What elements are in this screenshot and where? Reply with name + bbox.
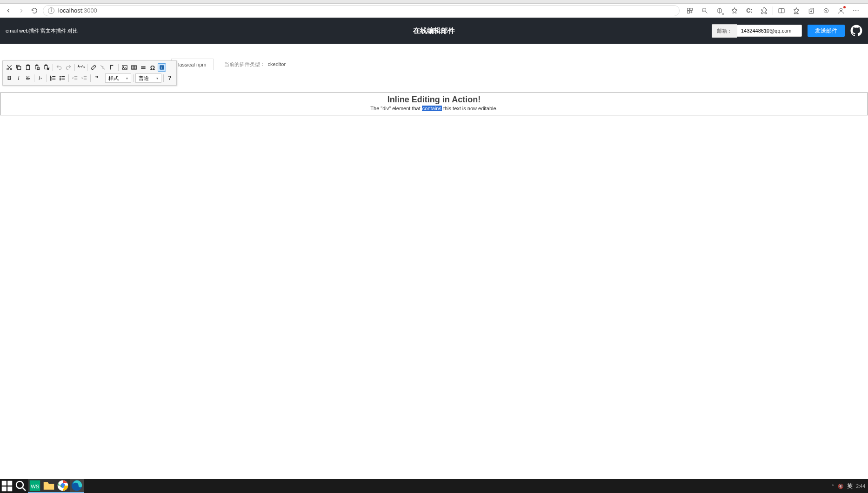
ckeditor-toolbar: W ▾ Ω i B I S I× 123 ” 样式 普通 ? <box>2 60 177 86</box>
svg-point-29 <box>60 78 60 79</box>
outdent-icon[interactable] <box>71 74 79 82</box>
browser-nav-bar: i localhost:3000 » C: <box>0 4 868 18</box>
help-icon[interactable]: ? <box>166 74 174 82</box>
svg-point-11 <box>858 10 859 11</box>
split-screen-icon[interactable] <box>775 5 788 16</box>
svg-point-10 <box>855 10 856 11</box>
redo-icon[interactable] <box>64 63 73 72</box>
profile-icon[interactable] <box>835 5 848 16</box>
indent-icon[interactable] <box>80 74 88 82</box>
paste-icon[interactable] <box>24 63 32 72</box>
paste-word-icon[interactable]: W <box>42 63 51 72</box>
reload-button[interactable] <box>30 6 39 15</box>
strike-icon[interactable]: S <box>24 74 32 82</box>
copy-icon[interactable] <box>14 63 23 72</box>
editor-paragraph[interactable]: The "div" element that contains this tex… <box>0 106 868 111</box>
format-dropdown[interactable]: 普通 <box>135 73 161 83</box>
email-label: 邮箱： <box>712 24 737 38</box>
bold-icon[interactable]: B <box>5 74 13 82</box>
separator <box>74 64 75 71</box>
undo-icon[interactable] <box>55 63 63 72</box>
address-bar[interactable]: i localhost:3000 <box>43 5 680 16</box>
svg-text:3: 3 <box>50 79 51 81</box>
image-icon[interactable] <box>120 63 129 72</box>
svg-point-7 <box>826 10 827 11</box>
editor-heading[interactable]: Inline Editing in Action! <box>0 95 868 105</box>
table-icon[interactable] <box>130 63 138 72</box>
separator <box>87 64 87 71</box>
separator <box>118 64 119 71</box>
extensions-icon[interactable] <box>683 5 696 16</box>
about-icon[interactable]: i <box>158 63 166 72</box>
site-info-icon[interactable]: i <box>48 7 54 14</box>
email-field-group: 邮箱： <box>712 24 802 38</box>
browser-settings-icon[interactable] <box>820 5 833 16</box>
remove-format-icon[interactable]: I× <box>36 74 45 82</box>
cut-icon[interactable] <box>5 63 13 72</box>
separator <box>133 74 134 82</box>
plugin-tabs: lassical npm <box>171 59 213 70</box>
anchor-icon[interactable] <box>108 63 116 72</box>
separator <box>103 74 103 82</box>
bulleted-list-icon[interactable] <box>58 74 67 82</box>
separator <box>90 74 91 82</box>
spellcheck-icon[interactable]: ▾ <box>77 63 85 72</box>
separator <box>47 74 47 82</box>
forward-button[interactable] <box>17 6 26 15</box>
svg-point-8 <box>840 8 842 10</box>
separator <box>34 74 34 82</box>
separator <box>163 74 164 82</box>
extension-icon[interactable] <box>758 5 771 16</box>
italic-icon[interactable]: I <box>14 74 23 82</box>
svg-rect-0 <box>688 8 690 10</box>
svg-rect-14 <box>18 67 21 70</box>
svg-point-6 <box>824 8 828 13</box>
app-subtitle: email web插件 富文本插件 对比 <box>6 27 78 34</box>
divider <box>773 7 773 15</box>
browser-actions: » C: <box>683 5 864 16</box>
more-icon[interactable] <box>849 5 862 16</box>
c-extension-icon[interactable]: C: <box>743 5 756 16</box>
favorite-icon[interactable] <box>728 5 741 16</box>
unlink-icon[interactable] <box>99 63 107 72</box>
zoom-out-icon[interactable] <box>698 5 711 16</box>
favorites-list-icon[interactable] <box>790 5 803 16</box>
separator <box>53 64 53 71</box>
svg-point-28 <box>60 76 60 77</box>
url-text: localhost:3000 <box>58 7 97 14</box>
app-title: 在线编辑邮件 <box>413 27 455 35</box>
plugin-type-info: 当前的插件类型：ckeditor <box>224 61 286 68</box>
editor-content[interactable]: Inline Editing in Action! The "div" elem… <box>0 93 868 115</box>
svg-point-30 <box>60 80 60 80</box>
svg-rect-22 <box>132 66 137 69</box>
hr-icon[interactable] <box>139 63 147 72</box>
svg-text:W: W <box>47 68 49 70</box>
back-button[interactable] <box>4 6 13 15</box>
email-input[interactable] <box>737 25 802 37</box>
link-icon[interactable] <box>89 63 98 72</box>
read-aloud-icon[interactable]: » <box>713 5 726 16</box>
svg-rect-2 <box>688 11 690 13</box>
blockquote-icon[interactable]: ” <box>93 74 101 82</box>
browser-tab-strip <box>0 0 868 4</box>
separator <box>68 74 69 82</box>
svg-point-9 <box>853 10 854 11</box>
numbered-list-icon[interactable]: 123 <box>49 74 57 82</box>
app-header: email web插件 富文本插件 对比 在线编辑邮件 邮箱： 发送邮件 <box>0 18 868 44</box>
svg-rect-23 <box>160 65 164 69</box>
send-button[interactable]: 发送邮件 <box>808 25 845 37</box>
paste-text-icon[interactable] <box>33 63 41 72</box>
special-char-icon[interactable]: Ω <box>148 63 157 72</box>
github-icon[interactable] <box>850 25 862 37</box>
collections-icon[interactable] <box>805 5 818 16</box>
style-dropdown[interactable]: 样式 <box>105 73 131 83</box>
tab-classical-npm[interactable]: lassical npm <box>171 59 214 70</box>
svg-rect-1 <box>690 8 693 10</box>
